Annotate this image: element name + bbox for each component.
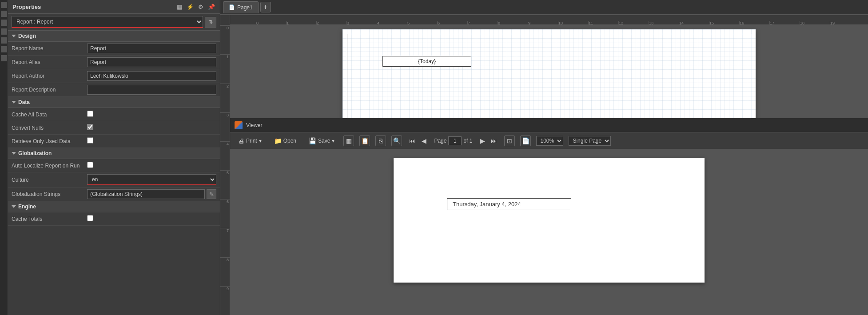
tab-page1[interactable]: 📄 Page1	[223, 1, 259, 13]
report-description-label: Report Description	[12, 87, 87, 93]
gear-icon[interactable]: ⚙	[197, 3, 205, 11]
ruler-mark-17: 17	[769, 21, 800, 24]
section-engine-label: Engine	[18, 203, 36, 210]
view-mode-select[interactable]: Single Page Continuous	[569, 136, 611, 146]
auto-localize-row: Auto Localize Report on Run	[8, 159, 220, 172]
print-chevron: ▾	[259, 138, 262, 144]
viewer-logo	[235, 121, 243, 129]
report-author-input[interactable]	[87, 71, 216, 81]
zoom-select[interactable]: 100% 75% 150%	[536, 136, 563, 146]
report-name-row: Report Name	[8, 42, 220, 56]
culture-select[interactable]: en	[87, 174, 216, 185]
ruler-mark-13: 13	[649, 21, 679, 24]
globalization-strings-edit-button[interactable]: ✎	[207, 189, 216, 199]
save-label: Save	[318, 138, 330, 144]
report-description-row: Report Description	[8, 83, 220, 97]
cache-totals-checkbox[interactable]	[87, 215, 93, 221]
main-area: 📄 Page1 + 0 1 2 3 4 5 6 7 8 9 0	[220, 0, 868, 315]
ruler-mark-7: 7	[467, 21, 498, 24]
tab-page1-label: Page1	[237, 4, 253, 11]
auto-localize-label: Auto Localize Report on Run	[12, 163, 87, 169]
last-page-button[interactable]: ⏭	[489, 136, 499, 146]
properties-header: Properties ▦ ⚡ ⚙ 📌	[8, 0, 220, 14]
tool-icon-5[interactable]	[1, 37, 7, 44]
report-author-row: Report Author	[8, 69, 220, 83]
globalization-strings-value-cell: ✎	[87, 189, 216, 199]
save-chevron: ▾	[332, 138, 334, 144]
search-button[interactable]: 🔍	[391, 136, 402, 146]
report-description-input[interactable]	[87, 85, 216, 95]
culture-label: Culture	[12, 177, 87, 183]
section-data-toggle-icon	[12, 101, 16, 104]
section-data-label: Data	[18, 99, 30, 105]
prev-page-button[interactable]: ◀	[419, 136, 429, 146]
convert-nulls-checkbox[interactable]	[87, 124, 93, 130]
section-design-header[interactable]: Design	[8, 31, 220, 42]
fit-page-button[interactable]: ⊡	[504, 136, 515, 146]
lightning-icon[interactable]: ⚡	[186, 3, 194, 11]
report-alias-row: Report Alias	[8, 56, 220, 69]
tool-icon-3[interactable]	[1, 20, 7, 26]
print-label: Print	[246, 138, 257, 144]
section-engine-header[interactable]: Engine	[8, 201, 220, 212]
page-number-input[interactable]	[448, 136, 462, 145]
tool-icon-1[interactable]	[1, 2, 7, 8]
tool-icon-6[interactable]	[1, 46, 7, 52]
v-ruler-mark-5: 5	[220, 170, 230, 199]
grid-icon[interactable]: ▦	[175, 3, 183, 11]
v-ruler-mark-7: 7	[220, 228, 230, 257]
tool-icon-4[interactable]	[1, 28, 7, 35]
culture-row: Culture en	[8, 172, 220, 187]
date-element: Thursday, January 4, 2024	[447, 198, 571, 210]
globalization-strings-input[interactable]	[87, 189, 205, 199]
tool-icon-7[interactable]	[1, 55, 7, 61]
today-text: {Today}	[418, 58, 436, 64]
v-ruler-mark-3: 3	[220, 112, 230, 141]
page-view-button[interactable]: 📄	[520, 136, 531, 146]
section-data-header[interactable]: Data	[8, 97, 220, 108]
first-page-button[interactable]: ⏮	[407, 136, 417, 146]
design-canvas[interactable]: {Today} Viewer 🖨 Print ▾	[230, 25, 868, 315]
open-button[interactable]: 📁 Open	[271, 136, 300, 146]
left-icon-strip	[0, 0, 8, 315]
of-label: of 1	[463, 138, 472, 144]
viewer-header: Viewer	[230, 118, 868, 132]
save-button[interactable]: 💾 Save ▾	[305, 136, 338, 146]
cache-totals-label: Cache Totals	[12, 216, 87, 222]
design-page: {Today}	[342, 29, 756, 123]
thumbnail-button[interactable]: ▦	[343, 136, 354, 146]
header-icons: ▦ ⚡ ⚙ 📌	[175, 3, 215, 11]
ruler-mark-15: 15	[709, 21, 739, 24]
next-page-button[interactable]: ▶	[478, 136, 487, 146]
pin-icon[interactable]: 📌	[207, 3, 215, 11]
report-name-input[interactable]	[87, 44, 216, 53]
cache-all-data-checkbox[interactable]	[87, 111, 93, 117]
auto-localize-checkbox[interactable]	[87, 162, 93, 168]
report-author-label: Report Author	[12, 73, 87, 79]
ruler-mark-8: 8	[498, 21, 528, 24]
report-selector[interactable]: Report : Report	[12, 16, 203, 28]
notes-button[interactable]: 📋	[359, 136, 370, 146]
glob-value-row: ✎	[87, 189, 216, 199]
cache-totals-row: Cache Totals	[8, 212, 220, 226]
ruler-mark-4: 4	[377, 21, 407, 24]
ruler-mark-16: 16	[739, 21, 769, 24]
ruler-mark-3: 3	[346, 21, 377, 24]
viewer-canvas[interactable]: Thursday, January 4, 2024	[230, 149, 868, 315]
add-tab-button[interactable]: +	[260, 2, 271, 12]
print-button[interactable]: 🖨 Print ▾	[235, 136, 265, 146]
report-alias-input[interactable]	[87, 57, 216, 67]
globalization-strings-label: Globalization Strings	[12, 191, 87, 197]
retrieve-only-used-checkbox[interactable]	[87, 137, 93, 144]
save-icon: 💾	[309, 137, 316, 144]
retrieve-only-used-checkbox-cell	[87, 137, 216, 145]
cache-all-data-checkbox-cell	[87, 111, 216, 118]
section-globalization-header[interactable]: Globalization	[8, 148, 220, 159]
today-element[interactable]: {Today}	[382, 56, 471, 67]
report-author-value-cell	[87, 71, 216, 81]
copy-button[interactable]: ⎘	[375, 136, 386, 146]
tool-icon-2[interactable]	[1, 11, 7, 17]
sort-button[interactable]: ⇅	[205, 17, 216, 28]
properties-title: Properties	[12, 4, 41, 10]
section-globalization-label: Globalization	[18, 150, 52, 156]
